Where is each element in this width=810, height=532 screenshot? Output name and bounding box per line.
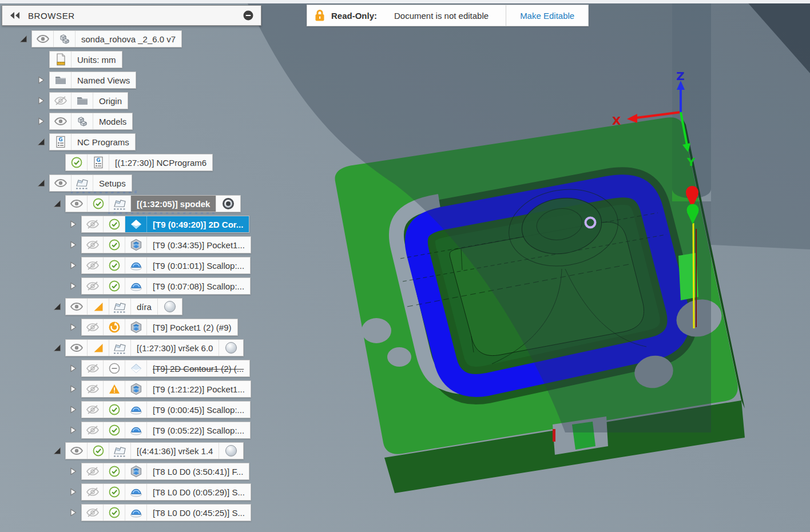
- expand-closed-icon[interactable]: [69, 282, 77, 290]
- tree-row[interactable]: [T9 (0:34:35)] Pocket1...: [69, 236, 251, 253]
- tree-row[interactable]: [T9 (0:01:01)] Scallop:...: [69, 257, 251, 274]
- expand-closed-icon[interactable]: [69, 261, 77, 269]
- tree-row-chip[interactable]: [T9 (0:49:20)] 2D Cor...: [81, 216, 249, 233]
- tree-row[interactable]: [(1:32:05)] spodek: [53, 195, 241, 212]
- expand-open-icon[interactable]: [53, 344, 61, 352]
- active-setup-radio[interactable]: [216, 196, 240, 212]
- selected-operation[interactable]: [T9 (0:49:20)] 2D Cor...: [125, 216, 249, 232]
- expand-closed-icon[interactable]: [69, 385, 77, 393]
- tree-row[interactable]: [T9 (0:05:22)] Scallop:...: [69, 422, 251, 439]
- eye-icon[interactable]: [66, 340, 88, 356]
- collapse-panel-icon[interactable]: [9, 11, 21, 19]
- tree-row-label[interactable]: [T9 (0:05:22)] Scallop:...: [147, 422, 250, 438]
- expand-open-icon[interactable]: [37, 138, 45, 146]
- eye-off-icon[interactable]: [82, 402, 104, 418]
- active-setup-radio[interactable]: [219, 340, 243, 356]
- tree-row[interactable]: [(1:27:30)] vršek 6.0: [53, 339, 244, 356]
- tree-row-label[interactable]: Units: mm: [72, 51, 122, 68]
- tree-row-label[interactable]: Models: [93, 113, 132, 129]
- tree-row[interactable]: [T8 L0 D0 (0:05:29)] S...: [69, 483, 251, 501]
- tree-row-chip[interactable]: [T8 L0 D0 (0:45:25)] S...: [81, 504, 251, 521]
- tree-row-label[interactable]: [T9 (0:49:20)] 2D Cor...: [147, 216, 249, 232]
- tree-row-chip[interactable]: [T9 (0:05:22)] Scallop:...: [81, 422, 251, 439]
- eye-off-icon[interactable]: [50, 93, 72, 109]
- eye-off-icon[interactable]: [82, 422, 104, 438]
- eye-off-icon[interactable]: [82, 237, 104, 253]
- expand-closed-icon[interactable]: [69, 488, 77, 496]
- tree-row[interactable]: sonda_rohova _2_6.0 v7: [19, 30, 182, 47]
- tree-row[interactable]: Origin: [37, 92, 128, 109]
- tree-row[interactable]: [T8 L0 D0 (0:45:25)] S...: [69, 504, 251, 521]
- eye-off-icon[interactable]: [82, 505, 104, 521]
- tree-row[interactable]: GNC Programs: [37, 133, 136, 150]
- tree-row[interactable]: [T8 L0 D0 (3:50:41)] F...: [69, 463, 249, 480]
- tree-row-label[interactable]: [T9 (1:21:22)] Pocket1...: [147, 381, 251, 397]
- expand-open-icon[interactable]: [53, 200, 61, 208]
- tree-row-chip[interactable]: [(4:41:36)] vršek 1.4: [65, 442, 244, 459]
- tree-row[interactable]: [T9 (0:00:45)] Scallop:...: [69, 401, 251, 418]
- eye-off-icon[interactable]: [82, 216, 104, 232]
- tree-row-label[interactable]: [(1:32:05)] spodek: [131, 196, 216, 212]
- tree-row[interactable]: [T9 (0:49:20)] 2D Cor...: [69, 216, 249, 233]
- tree-row-chip[interactable]: [T9 (0:01:01)] Scallop:...: [81, 257, 251, 274]
- tree-row[interactable]: Setups: [37, 174, 132, 192]
- eye-icon[interactable]: [50, 175, 72, 191]
- expand-closed-icon[interactable]: [37, 117, 45, 125]
- eye-off-icon[interactable]: [82, 463, 104, 479]
- tree-row-chip[interactable]: [T9 (0:07:08)] Scallop:...: [81, 277, 251, 295]
- expand-closed-icon[interactable]: [69, 364, 77, 372]
- eye-off-icon[interactable]: [82, 319, 104, 335]
- eye-icon[interactable]: [66, 443, 88, 459]
- expand-closed-icon[interactable]: [69, 509, 77, 517]
- expand-closed-icon[interactable]: [37, 76, 45, 84]
- tree-row-label[interactable]: [T8 L0 D0 (3:50:41)] F...: [147, 463, 249, 479]
- tree-row[interactable]: [T9] 2D Contour1 (2) (...: [69, 360, 250, 377]
- tree-row-label[interactable]: [(1:27:30)] NCProgram6: [109, 154, 212, 170]
- eye-off-icon[interactable]: [82, 278, 104, 294]
- active-setup-radio[interactable]: [157, 299, 182, 315]
- expand-closed-icon[interactable]: [69, 406, 77, 414]
- tree-row-chip[interactable]: Models: [49, 113, 133, 130]
- expand-closed-icon[interactable]: [69, 241, 77, 249]
- expand-closed-icon[interactable]: [69, 220, 77, 228]
- tree-row[interactable]: Units: mm: [49, 51, 122, 68]
- expand-open-icon[interactable]: [19, 35, 27, 43]
- tree-row-label[interactable]: Origin: [93, 93, 128, 109]
- tree-row[interactable]: Named Views: [37, 72, 136, 89]
- tree-row[interactable]: [(4:41:36)] vršek 1.4: [53, 442, 244, 459]
- tree-row[interactable]: G[(1:27:30)] NCProgram6: [65, 154, 213, 171]
- tree-row-chip[interactable]: [T9] 2D Contour1 (2) (...: [81, 360, 250, 377]
- tree-row-chip[interactable]: [T9 (1:21:22)] Pocket1...: [81, 380, 251, 398]
- expand-open-icon[interactable]: [53, 303, 61, 311]
- tree-row-label[interactable]: [T9] Pocket1 (2) (#9): [147, 319, 237, 335]
- tree-row-label[interactable]: [T9] 2D Contour1 (2) (...: [147, 360, 249, 376]
- tree-row-chip[interactable]: [T8 L0 D0 (3:50:41)] F...: [81, 463, 249, 480]
- tree-row-label[interactable]: [(1:27:30)] vršek 6.0: [131, 340, 219, 356]
- tree-row-label[interactable]: Setups: [93, 175, 132, 191]
- tree-row-label[interactable]: [T9 (0:01:01)] Scallop:...: [147, 257, 250, 273]
- tree-row[interactable]: [T9] Pocket1 (2) (#9): [69, 319, 238, 336]
- tree-row-label[interactable]: sonda_rohova _2_6.0 v7: [76, 31, 181, 47]
- tree-row-label[interactable]: [(4:41:36)] vršek 1.4: [131, 443, 219, 459]
- expand-closed-icon[interactable]: [69, 467, 77, 475]
- eye-off-icon[interactable]: [82, 257, 104, 273]
- eye-off-icon[interactable]: [82, 381, 104, 397]
- expand-closed-icon[interactable]: [69, 426, 77, 434]
- eye-off-icon[interactable]: [82, 360, 104, 376]
- tree-row-chip[interactable]: sonda_rohova _2_6.0 v7: [31, 30, 182, 47]
- tree-row-chip[interactable]: [T9 (0:00:45)] Scallop:...: [81, 401, 251, 418]
- expand-closed-icon[interactable]: [69, 323, 77, 331]
- tree-row-label[interactable]: [T9 (0:00:45)] Scallop:...: [147, 402, 250, 418]
- tree-row-chip[interactable]: [T8 L0 D0 (0:05:29)] S...: [81, 483, 251, 501]
- active-setup-radio[interactable]: [219, 443, 243, 459]
- tree-row-label[interactable]: NC Programs: [72, 134, 135, 150]
- tree-row-chip[interactable]: Setups: [49, 174, 132, 192]
- tree-row-label[interactable]: Named Views: [72, 72, 136, 88]
- tree-row[interactable]: díra: [53, 298, 182, 315]
- tree-row-chip[interactable]: [(1:32:05)] spodek: [65, 195, 241, 212]
- tree-row-chip[interactable]: Origin: [49, 92, 128, 109]
- tree-row-label[interactable]: [T9 (0:07:08)] Scallop:...: [147, 278, 250, 294]
- make-editable-button[interactable]: Make Editable: [506, 5, 588, 26]
- tree-row-chip[interactable]: díra: [65, 298, 182, 315]
- tree-row-chip[interactable]: GNC Programs: [49, 133, 136, 150]
